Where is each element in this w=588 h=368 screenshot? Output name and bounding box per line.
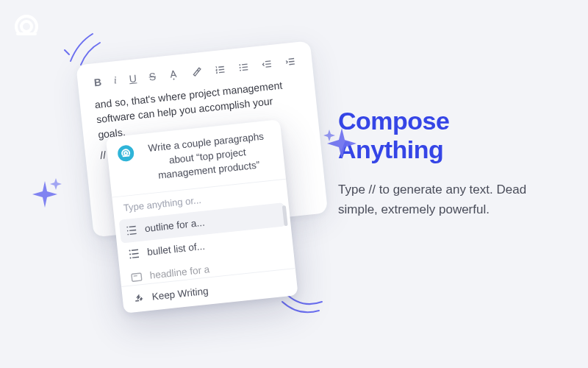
underline-button[interactable]: U [129, 72, 137, 85]
svg-point-7 [240, 69, 241, 71]
numbered-list-icon[interactable] [215, 63, 227, 76]
svg-rect-18 [132, 273, 142, 281]
compose-brand-icon [117, 144, 135, 162]
headline-icon [130, 271, 143, 284]
headline: Compose Anything [338, 107, 544, 164]
keep-writing-icon [132, 291, 146, 305]
strikethrough-button[interactable]: S [148, 71, 157, 83]
subhead: Type // to generate any text. Dead simpl… [338, 180, 544, 219]
sparkle-decoration [26, 177, 63, 213]
suggestion-label: outline for a... [144, 217, 205, 234]
italic-button[interactable]: i [113, 74, 118, 86]
svg-point-16 [129, 253, 131, 255]
svg-point-12 [126, 226, 128, 227]
compose-logo-icon [12, 12, 41, 41]
indent-icon[interactable] [284, 55, 297, 68]
svg-point-13 [127, 230, 129, 231]
app-logo [10, 10, 43, 43]
svg-point-15 [129, 250, 130, 251]
editor-card: B i U S and so, that's wher [76, 40, 328, 237]
svg-point-6 [240, 66, 241, 68]
marketing-copy: Compose Anything Type // to generate any… [338, 107, 544, 219]
svg-point-17 [129, 257, 131, 258]
prompt-text[interactable]: Write a couple paragraphs about “top pro… [140, 130, 275, 185]
svg-point-5 [240, 64, 241, 66]
bold-button[interactable]: B [93, 76, 102, 88]
editor-stage: B i U S and so, that's wher [76, 40, 328, 237]
text-color-icon[interactable] [168, 68, 180, 80]
highlight-icon[interactable] [191, 66, 204, 78]
svg-rect-3 [16, 32, 37, 35]
svg-point-14 [127, 233, 129, 235]
compose-popover: Write a couple paragraphs about “top pro… [106, 119, 298, 313]
svg-point-4 [173, 78, 175, 79]
suggestion-label: bullet list of... [147, 241, 206, 258]
svg-point-9 [124, 152, 127, 155]
headline-line1: Compose [338, 107, 449, 135]
headline-line2: Anything [338, 135, 443, 163]
outline-icon [125, 224, 138, 237]
bullet-list-icon [128, 247, 141, 261]
keep-writing-label: Keep Writing [151, 286, 209, 302]
outdent-icon[interactable] [261, 58, 273, 71]
bullet-list-icon[interactable] [237, 60, 250, 73]
svg-point-1 [21, 21, 32, 32]
